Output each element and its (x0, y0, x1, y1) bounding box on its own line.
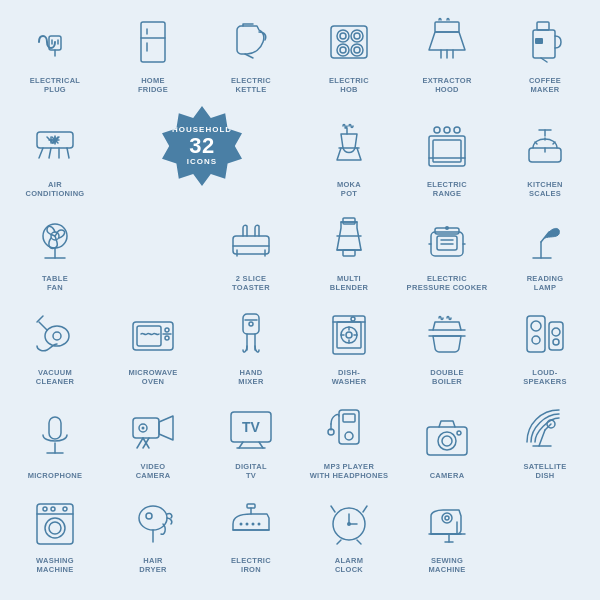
icon-label: LOUD-SPEAKERS (523, 368, 567, 386)
icon-label: DIGITALTV (235, 462, 267, 480)
svg-point-83 (165, 336, 169, 340)
svg-rect-125 (343, 414, 355, 422)
icon-label: SEWINGMACHINE (428, 556, 465, 574)
svg-point-131 (457, 431, 461, 435)
svg-line-120 (239, 442, 243, 448)
svg-rect-61 (343, 218, 355, 224)
svg-line-121 (259, 442, 263, 448)
svg-line-51 (553, 142, 555, 144)
icon-label: VIDEOCAMERA (136, 462, 171, 480)
icon-hand-mixer: HANDMIXER (204, 300, 298, 390)
svg-point-41 (434, 127, 440, 133)
svg-point-76 (45, 326, 69, 346)
svg-point-140 (43, 507, 47, 511)
svg-rect-23 (537, 22, 549, 30)
svg-line-27 (49, 148, 51, 158)
icon-hair-dryer: HAIRDRYER (106, 488, 200, 578)
icon-label: MICROPHONE (28, 471, 83, 480)
icon-label: SATELLITEDISH (524, 462, 567, 480)
svg-point-12 (351, 30, 363, 42)
icon-label: HOMEFRIDGE (138, 76, 168, 94)
svg-line-160 (357, 540, 361, 544)
svg-rect-56 (233, 236, 269, 254)
svg-line-157 (331, 506, 335, 512)
icon-label: ALARMCLOCK (335, 556, 364, 574)
icon-digital-tv: TV DIGITALTV (204, 394, 298, 484)
icon-moka-pot: MOKAPOT (302, 102, 396, 202)
icon-label: TABLEFAN (42, 274, 68, 292)
icon-coffee-maker: COFFEEMAKER (498, 8, 592, 98)
svg-point-165 (442, 513, 452, 523)
icon-camera: CAMERA (400, 394, 494, 484)
icon-kitchen-scales: KITCHENSCALES (498, 102, 592, 202)
icon-label: HAIRDRYER (139, 556, 166, 574)
svg-line-26 (39, 148, 43, 158)
icon-label: HANDMIXER (238, 368, 263, 386)
icon-label: ELECTRICKETTLE (231, 76, 271, 94)
icon-label: DISH-WASHER (332, 368, 367, 386)
icon-label: ELECTRICPRESSURE COOKER (407, 274, 488, 292)
svg-rect-123 (339, 410, 359, 444)
svg-point-16 (351, 44, 363, 56)
icon-2-slice-toaster: 2 SLICETOASTER (204, 206, 298, 296)
svg-point-124 (345, 432, 353, 440)
svg-point-10 (337, 30, 349, 42)
badge-subtitle: ICONS (187, 157, 217, 167)
icon-label: MULTIBLENDER (330, 274, 368, 292)
icon-label: 2 SLICETOASTER (232, 274, 270, 292)
svg-point-95 (346, 332, 352, 338)
svg-point-89 (249, 322, 253, 326)
svg-rect-111 (133, 418, 159, 438)
icon-label: CAMERA (430, 471, 465, 480)
icon-electric-hob: ELECTRICHOB (302, 8, 396, 98)
icon-label: MP3 PLAYERWITH HEADPHONES (310, 462, 389, 480)
svg-point-67 (445, 226, 449, 230)
icon-dishwasher: DISH-WASHER (302, 300, 396, 390)
svg-rect-4 (141, 22, 165, 62)
svg-point-11 (340, 33, 346, 39)
icon-extractor-hood: EXTRACTORHOOD (400, 8, 494, 98)
svg-rect-148 (247, 504, 255, 508)
icon-label: AIRCONDITIONING (25, 180, 84, 198)
icon-label: MOKAPOT (337, 180, 361, 198)
svg-line-49 (535, 142, 537, 144)
svg-point-15 (340, 47, 346, 53)
icon-vacuum-cleaner: VACUUMCLEANER (8, 300, 102, 390)
svg-point-142 (63, 507, 67, 511)
icon-label: COFFEEMAKER (529, 76, 561, 94)
icon-washing-machine: WASHINGMACHINE (8, 488, 102, 578)
svg-point-150 (246, 523, 249, 526)
svg-point-166 (445, 516, 449, 520)
svg-point-103 (531, 321, 541, 331)
svg-rect-24 (535, 38, 543, 44)
svg-point-141 (51, 507, 55, 511)
svg-point-151 (252, 523, 255, 526)
icon-mp3-player: MP3 PLAYERWITH HEADPHONES (302, 394, 396, 484)
svg-line-78 (37, 316, 43, 322)
svg-point-82 (165, 328, 169, 332)
icon-label: DOUBLEBOILER (430, 368, 463, 386)
svg-point-104 (532, 336, 540, 344)
svg-line-158 (363, 506, 367, 512)
svg-point-79 (53, 332, 61, 340)
icon-electric-kettle: ELECTRICKETTLE (204, 8, 298, 98)
svg-point-138 (45, 518, 65, 538)
icon-alarm-clock: ALARMCLOCK (302, 488, 396, 578)
household-badge: HOUSEHOLD 32 ICONS (162, 106, 242, 186)
icon-double-boiler: DOUBLEBOILER (400, 300, 494, 390)
icon-label: VACUUMCLEANER (36, 368, 74, 386)
icon-label: ELECTRICIRON (231, 556, 271, 574)
icon-multi-blender: MULTIBLENDER (302, 206, 396, 296)
icon-label: ELECTRICALPLUG (30, 76, 81, 94)
icon-loudspeakers: LOUD-SPEAKERS (498, 300, 592, 390)
icon-grid: ELECTRICALPLUG HOMEFRIDGE ELECTRICKETTLE (0, 0, 600, 586)
svg-point-93 (351, 317, 355, 321)
svg-line-159 (337, 540, 341, 544)
svg-point-17 (354, 47, 360, 53)
svg-line-115 (137, 438, 143, 448)
icon-label: ELECTRICHOB (329, 76, 369, 94)
icon-label: ELECTRICRANGE (427, 180, 467, 198)
svg-rect-81 (137, 326, 161, 346)
icon-electric-range: ELECTRICRANGE (400, 102, 494, 202)
svg-point-130 (442, 436, 452, 446)
